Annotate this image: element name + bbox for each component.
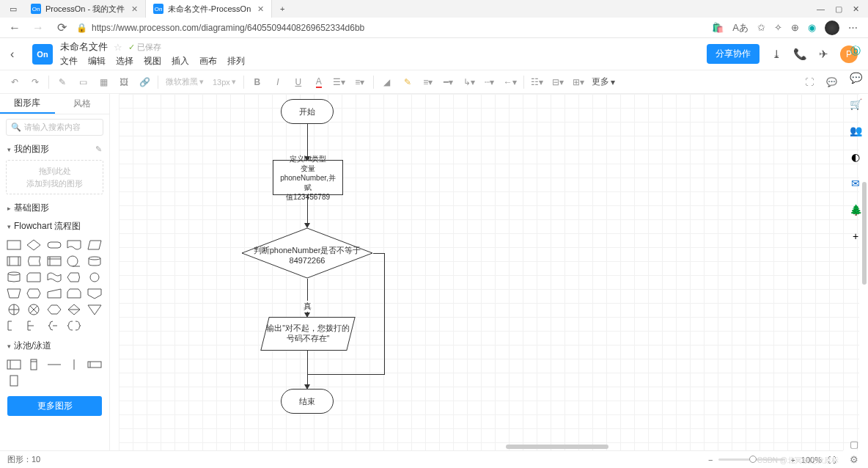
shape-sep-v[interactable] [66, 358, 82, 371]
menu-file[interactable]: 文件 [60, 55, 78, 67]
copilot-icon[interactable]: ◐ [848, 150, 863, 164]
app-logo[interactable]: On [32, 44, 53, 65]
flow-define[interactable]: 定义int类型 变量 phoneNumber,并赋 值123456789 [273, 160, 343, 195]
image-icon[interactable]: 🖼 [117, 73, 131, 91]
line-dash-button[interactable]: ┄▾ [482, 73, 497, 91]
zoom-in-button[interactable]: + [790, 456, 795, 464]
scrollbar-horizontal[interactable] [506, 445, 608, 449]
zoom-level[interactable]: 100% [801, 456, 822, 464]
close-icon[interactable]: ✕ [255, 4, 265, 14]
close-window-icon[interactable]: ✕ [853, 4, 859, 14]
minimize-icon[interactable]: — [817, 4, 825, 14]
shape-or[interactable] [26, 303, 42, 316]
shape-search-input[interactable]: 🔍 请输入搜索内容 [6, 119, 103, 136]
add-sidebar-icon[interactable]: + [848, 229, 863, 244]
sidebar-tab-shapes[interactable]: 图形库 [0, 94, 55, 114]
font-select[interactable]: 微软雅黑 ▾ [164, 76, 205, 87]
edit-icon[interactable]: ✎ [95, 145, 102, 154]
menu-select[interactable]: 选择 [116, 55, 133, 67]
back-arrow-icon[interactable]: ‹ [10, 48, 25, 61]
shape-manual-input[interactable] [46, 287, 62, 300]
connector[interactable] [307, 374, 385, 375]
shape-preparation[interactable] [26, 287, 42, 300]
present-icon[interactable]: ▢ [850, 439, 858, 450]
zoom-out-button[interactable]: − [708, 456, 713, 464]
shopping-icon[interactable]: 🛍️ [712, 22, 724, 33]
menu-canvas[interactable]: 画布 [199, 55, 217, 67]
comments-icon[interactable]: 💬 [824, 73, 839, 91]
shape-data[interactable] [87, 238, 103, 252]
shape-sort[interactable] [66, 303, 82, 316]
flow-start[interactable]: 开始 [281, 99, 334, 124]
frame-icon[interactable]: ▭ [76, 73, 90, 91]
connector[interactable] [307, 195, 308, 224]
shape-summing[interactable] [6, 303, 22, 316]
shop-icon[interactable]: 🛒 [848, 97, 863, 111]
section-flowchart[interactable]: ▾ Flowchart 流程图 [0, 217, 109, 235]
more-shapes-button[interactable]: 更多图形 [7, 396, 102, 416]
highlight-button[interactable]: ✎ [400, 73, 415, 91]
shape-sep-h[interactable] [46, 358, 62, 371]
connector-button[interactable]: ↳▾ [462, 73, 477, 91]
redo-button[interactable]: ↷ [28, 73, 43, 91]
shape-anno-brace[interactable] [46, 319, 62, 332]
font-size-select[interactable]: 13px ▾ [211, 77, 238, 87]
refresh-button[interactable]: ⟳ [53, 19, 70, 37]
shape-terminator[interactable] [46, 238, 62, 252]
tree-icon[interactable]: 🌲 [848, 202, 863, 217]
shape-lane[interactable] [87, 358, 103, 371]
shape-cylinder[interactable] [6, 271, 22, 284]
shape-pool-h[interactable] [6, 358, 22, 371]
settings-icon[interactable]: ⚙ [850, 454, 858, 465]
address-bar[interactable]: 🔒 https://www.processon.com/diagraming/6… [76, 23, 706, 33]
grid-icon[interactable]: ▦ [96, 73, 111, 91]
menu-insert[interactable]: 插入 [172, 55, 189, 67]
people-icon[interactable]: 👥 [848, 123, 863, 138]
connector[interactable] [384, 253, 385, 374]
shape-stored-data[interactable] [26, 255, 42, 268]
fill-color-button[interactable]: ◢ [380, 73, 394, 91]
phone-icon[interactable]: 📞 [793, 48, 806, 61]
browser-tab-0[interactable]: On ProcessOn - 我的文件 ✕ [23, 0, 146, 18]
shape-anno-curly[interactable] [66, 319, 82, 332]
favorites-icon[interactable]: ✧ [774, 22, 782, 33]
back-button[interactable]: ← [6, 19, 23, 37]
menu-view[interactable]: 视图 [144, 55, 161, 67]
shape-collate[interactable] [46, 303, 62, 316]
shape-process[interactable] [6, 238, 22, 252]
shape-tape[interactable] [46, 271, 62, 284]
star-icon[interactable]: ✩ [757, 22, 765, 33]
more-tools-button[interactable]: 更多▾ [592, 76, 615, 88]
shape-offpage[interactable] [87, 287, 103, 300]
shape-predefined[interactable] [6, 255, 22, 268]
browser-tab-1[interactable]: On 未命名文件-ProcessOn ✕ [146, 0, 272, 18]
favorite-star-icon[interactable]: ☆ [114, 42, 122, 53]
reader-icon[interactable]: Aあ [732, 21, 749, 34]
shape-merge[interactable] [87, 303, 103, 316]
layers-button[interactable]: ☷▾ [530, 73, 545, 91]
shape-seq-data[interactable] [66, 255, 82, 268]
link-icon[interactable]: 🔗 [137, 73, 152, 91]
text-align-h-button[interactable]: ≡▾ [421, 73, 435, 91]
share-button[interactable]: 分享协作 [707, 44, 760, 64]
section-pool[interactable]: ▾ 泳池/泳道 [0, 337, 109, 355]
zoom-fit-icon[interactable]: ⛶ [802, 73, 817, 91]
fullscreen-icon[interactable]: ⛶ [828, 456, 836, 464]
undo-button[interactable]: ↶ [7, 73, 22, 91]
my-shapes-dropzone[interactable]: 拖到此处 添加到我的图形 [6, 160, 103, 194]
zoom-slider[interactable] [718, 458, 784, 461]
new-tab-button[interactable]: + [272, 0, 293, 18]
maximize-icon[interactable]: ▢ [835, 4, 842, 14]
arrow-start-button[interactable]: ←▾ [503, 73, 518, 91]
line-style-button[interactable]: ━▾ [441, 73, 456, 91]
shape-manual-op[interactable] [6, 287, 22, 300]
brush-icon[interactable]: ✎ [55, 73, 70, 91]
download-icon[interactable]: ⤓ [770, 48, 783, 61]
close-icon[interactable]: ✕ [129, 4, 139, 14]
shape-anno-lines[interactable] [26, 319, 42, 332]
profile-avatar[interactable] [825, 21, 839, 35]
edge-icon[interactable]: ◉ [808, 22, 816, 33]
bing-icon[interactable]: ⓑ [848, 44, 863, 59]
collections-icon[interactable]: ⊕ [791, 22, 799, 33]
canvas[interactable]: 开始 定义int类型 变量 phoneNumber,并赋 值123456789 … [110, 94, 868, 450]
